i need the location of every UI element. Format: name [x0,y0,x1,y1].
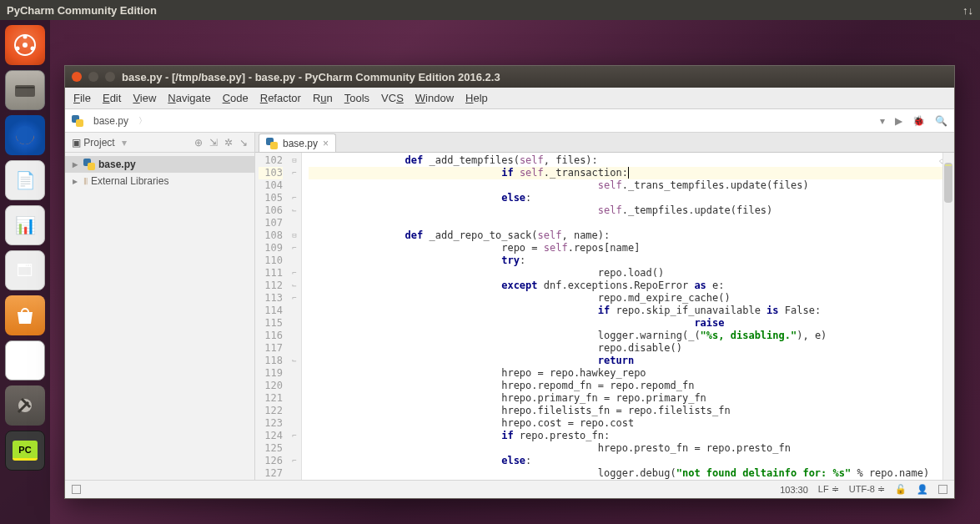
launcher-calc[interactable]: 📊 [5,205,45,245]
launcher-files[interactable] [5,70,45,110]
launcher-writer[interactable]: 📄 [5,160,45,200]
window-title: base.py - [/tmp/base.py] - base.py - PyC… [122,71,500,83]
tab-label: base.py [283,138,318,149]
menu-file[interactable]: File [73,92,91,104]
status-encoding[interactable]: UTF-8 ≑ [849,484,885,495]
editor-tabs: base.py × [255,133,954,153]
fold-column[interactable]: ⊟⌐⌐⌙⊟⌐⌐⌙⌐⌙⌐⌐ [289,154,300,480]
error-stripe-mark[interactable] [945,164,952,166]
tool-window-quick-icon[interactable] [72,485,81,494]
project-tree: ▸ base.py ▸ ⫴ External Libraries [65,153,254,193]
menu-help[interactable]: Help [465,92,488,104]
launcher-software[interactable] [5,295,45,335]
launcher-settings[interactable] [5,385,45,426]
status-hector-icon[interactable]: 👤 [917,484,928,495]
launcher-pycharm[interactable]: PC [5,431,45,471]
status-line-separator[interactable]: LF ≑ [818,484,839,495]
window-min-icon[interactable] [88,72,98,82]
system-app-name: PyCharm Community Edition [7,4,962,17]
py-file-icon [266,138,278,149]
unity-launcher: 📄 📊 🗔 a PC [0,20,50,524]
menu-edit[interactable]: Edit [103,92,121,104]
library-icon: ⫴ [83,175,88,187]
menu-vcs[interactable]: VCS [381,92,404,104]
menu-window[interactable]: Window [415,92,454,104]
svg-point-2 [23,35,28,39]
launcher-firefox[interactable] [5,115,45,155]
autoscroll-icon[interactable]: ⊕ [194,137,203,149]
scrollbar-thumb[interactable] [944,163,952,203]
status-memory-icon[interactable] [938,485,947,494]
project-tool-window: ▣ Project ▾ ⊕ ⇲ ✲ ↘ ▸ base.py ▸ ⫴ Extern… [65,133,255,480]
network-indicator-icon[interactable]: ↑↓ [962,4,973,17]
svg-point-4 [16,47,20,51]
pycharm-window: base.py - [/tmp/base.py] - base.py - PyC… [64,65,955,499]
tree-node-basepy[interactable]: ▸ base.py [65,156,254,173]
search-everywhere-icon[interactable]: 🔍 [935,115,947,127]
collapse-all-icon[interactable]: ⇲ [209,137,218,149]
status-readonly-icon[interactable]: 🔓 [895,484,907,495]
launcher-dash[interactable] [5,25,45,65]
hide-tool-icon[interactable]: ↘ [239,137,248,149]
status-bar: 103:30 LF ≑ UTF-8 ≑ 🔓 👤 [65,480,954,498]
py-file-icon [83,159,95,170]
project-view-selector[interactable]: ▣ Project [72,137,115,149]
tree-label: base.py [98,159,136,170]
menu-tools[interactable]: Tools [344,92,369,104]
menu-navigate[interactable]: Navigate [168,92,210,104]
window-titlebar[interactable]: base.py - [/tmp/base.py] - base.py - PyC… [65,66,954,88]
py-file-icon [72,115,83,127]
tree-toggle-icon[interactable]: ▸ [70,159,80,170]
menu-refactor[interactable]: Refactor [260,92,301,104]
breadcrumb[interactable]: base.py [88,114,133,128]
svg-rect-6 [16,87,34,88]
settings-gear-icon[interactable]: ✲ [224,137,233,149]
svg-point-3 [31,47,35,51]
debug-button-icon[interactable]: 🐞 [912,115,925,127]
status-caret-position[interactable]: 103:30 [780,485,808,495]
nav-bar: base.py 〉 ▾ ▶ 🐞 🔍 [65,109,954,133]
system-top-bar: PyCharm Community Edition ↑↓ [0,0,980,20]
svg-point-1 [23,43,28,48]
tab-close-icon[interactable]: × [323,138,329,149]
tree-toggle-icon[interactable]: ▸ [70,175,80,187]
window-close-icon[interactable] [72,72,82,82]
code-content[interactable]: def _add_tempfiles(self, files): if self… [302,153,954,480]
menu-view[interactable]: View [133,92,156,104]
window-max-icon[interactable] [105,72,115,82]
ide-body: ▣ Project ▾ ⊕ ⇲ ✲ ↘ ▸ base.py ▸ ⫴ Extern… [65,133,954,480]
run-config-dropdown[interactable]: ▾ [880,115,885,127]
tree-node-external-libs[interactable]: ▸ ⫴ External Libraries [65,173,254,189]
menu-bar: File Edit View Navigate Code Refactor Ru… [65,88,954,109]
tree-label: External Libraries [91,175,168,187]
project-tool-header: ▣ Project ▾ ⊕ ⇲ ✲ ↘ [65,133,254,153]
breadcrumb-chevron-icon: 〉 [138,115,147,127]
editor-tab-basepy[interactable]: base.py × [259,134,336,152]
launcher-amazon[interactable]: a [5,340,45,380]
menu-code[interactable]: Code [223,92,249,104]
run-button-icon[interactable]: ▶ [895,115,902,127]
svg-point-7 [16,126,34,144]
menu-run[interactable]: Run [313,92,333,104]
editor-vscrollbar[interactable] [942,153,954,480]
code-editor[interactable]: 1021031041051061071081091101111121131141… [255,153,954,480]
editor-area: base.py × 102103104105106107108109110111… [255,133,954,480]
launcher-impress[interactable]: 🗔 [5,250,45,290]
